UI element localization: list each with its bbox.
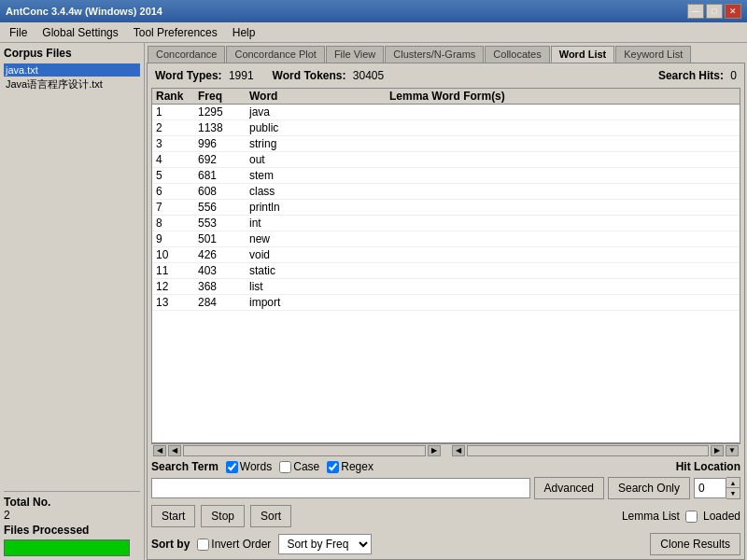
- title-bar: AntConc 3.4.4w (Windows) 2014 — □ ✕: [0, 0, 747, 22]
- close-button[interactable]: ✕: [725, 4, 741, 19]
- loaded-checkbox[interactable]: [685, 511, 698, 523]
- lemma-list-label: Lemma List: [622, 510, 680, 523]
- search-area: Search Term Words Case Regex Hit Loc: [151, 456, 740, 501]
- cell-word: class: [249, 185, 389, 198]
- tab-clusters-ngrams[interactable]: Clusters/N-Grams: [385, 46, 484, 63]
- main-layout: Corpus Files java.txt Java语言程序设计.txt Tot…: [0, 43, 747, 560]
- spinner-arrows: ▲ ▼: [726, 477, 740, 499]
- menu-file[interactable]: File: [4, 25, 33, 40]
- menu-global-settings[interactable]: Global Settings: [36, 25, 123, 40]
- scroll-left[interactable]: ◀: [168, 445, 181, 456]
- invert-order-checkbox[interactable]: [197, 539, 209, 551]
- minimize-button[interactable]: —: [687, 4, 704, 19]
- cell-lemma: [389, 201, 736, 214]
- corpus-file-java-txt[interactable]: java.txt: [4, 63, 140, 77]
- corpus-files-title: Corpus Files: [4, 47, 140, 60]
- table-row[interactable]: 12 368 list: [152, 279, 740, 295]
- table-row[interactable]: 10 426 void: [152, 247, 740, 263]
- table-row[interactable]: 3 996 string: [152, 136, 740, 152]
- scroll-right[interactable]: ▶: [428, 445, 441, 456]
- header-rank: Rank: [156, 90, 198, 103]
- scroll-track-right[interactable]: [467, 445, 710, 456]
- cell-freq: 426: [198, 248, 249, 261]
- clone-results-button[interactable]: Clone Results: [650, 533, 740, 555]
- cell-word: list: [249, 280, 389, 293]
- loaded-label: Loaded: [703, 510, 740, 523]
- sidebar: Corpus Files java.txt Java语言程序设计.txt Tot…: [0, 43, 145, 560]
- table-row[interactable]: 2 1138 public: [152, 120, 740, 136]
- tab-collocates[interactable]: Collocates: [485, 46, 549, 63]
- header-freq: Freq: [198, 90, 249, 103]
- regex-checkbox-group: Regex: [327, 460, 374, 473]
- scroll-track-left[interactable]: [183, 445, 426, 456]
- table-body: 1 1295 java 2 1138 public 3 996 string 4…: [152, 105, 740, 442]
- cell-freq: 681: [198, 169, 249, 182]
- cell-lemma: [389, 264, 736, 277]
- table-row[interactable]: 7 556 println: [152, 200, 740, 216]
- start-button[interactable]: Start: [151, 505, 195, 527]
- menu-tool-preferences[interactable]: Tool Preferences: [128, 25, 223, 40]
- spinner-value[interactable]: 0: [694, 478, 726, 498]
- clone-btn-area: Clone Results: [650, 533, 740, 555]
- tab-concordance-plot[interactable]: Concordance Plot: [226, 46, 324, 63]
- total-no-label: Total No.: [4, 496, 140, 509]
- tab-concordance[interactable]: Concordance: [148, 46, 225, 63]
- horizontal-scrollbar[interactable]: ◀ ◀ ▶ ◀ ▶ ▼: [151, 443, 740, 456]
- tab-file-view[interactable]: File View: [326, 46, 384, 63]
- search-input[interactable]: [151, 478, 530, 498]
- tab-keyword-list[interactable]: Keyword List: [615, 46, 691, 63]
- sort-button[interactable]: Sort: [250, 505, 291, 527]
- spinner-up[interactable]: ▲: [726, 478, 740, 488]
- cell-word: void: [249, 248, 389, 261]
- table-row[interactable]: 11 403 static: [152, 263, 740, 279]
- lemma-list-area: Lemma List Loaded: [622, 510, 740, 523]
- cell-lemma: [389, 169, 736, 182]
- tab-bar: Concordance Concordance Plot File View C…: [145, 43, 747, 63]
- words-checkbox-group: Words: [226, 460, 272, 473]
- cell-word: java: [249, 105, 389, 119]
- table-row[interactable]: 8 553 int: [152, 216, 740, 231]
- cell-freq: 608: [198, 185, 249, 198]
- sort-select[interactable]: Sort by FreqSort by WordSort by Rank: [278, 534, 372, 554]
- spinner-input: 0 ▲ ▼: [694, 477, 740, 499]
- stats-row: Word Types: 1991 Word Tokens: 30405 Sear…: [151, 67, 740, 84]
- word-list-panel: Word Types: 1991 Word Tokens: 30405 Sear…: [147, 63, 745, 560]
- tab-word-list[interactable]: Word List: [551, 46, 615, 63]
- table-row[interactable]: 4 692 out: [152, 152, 740, 168]
- cell-rank: 7: [156, 201, 198, 214]
- corpus-file-java-book[interactable]: Java语言程序设计.txt: [4, 77, 140, 92]
- cell-lemma: [389, 248, 736, 261]
- table-row[interactable]: 6 608 class: [152, 184, 740, 200]
- header-word: Word: [249, 90, 389, 103]
- cell-rank: 9: [156, 232, 198, 245]
- advanced-button[interactable]: Advanced: [534, 477, 604, 499]
- scroll-down[interactable]: ▼: [726, 445, 739, 456]
- word-tokens-label: Word Tokens:: [273, 69, 346, 82]
- cell-freq: 1295: [198, 105, 249, 119]
- menu-help[interactable]: Help: [227, 25, 261, 40]
- hit-location-label: Hit Location: [676, 460, 740, 473]
- stop-button[interactable]: Stop: [201, 505, 245, 527]
- scroll-right2-left[interactable]: ◀: [452, 445, 465, 456]
- cell-word: public: [249, 121, 389, 134]
- maximize-button[interactable]: □: [706, 4, 723, 19]
- cell-lemma: [389, 153, 736, 166]
- table-row[interactable]: 5 681 stem: [152, 168, 740, 184]
- cell-rank: 11: [156, 264, 198, 277]
- case-checkbox-group: Case: [279, 460, 319, 473]
- spacer: [443, 445, 450, 456]
- search-only-button[interactable]: Search Only: [608, 477, 690, 499]
- table-row[interactable]: 9 501 new: [152, 231, 740, 247]
- app-title: AntConc 3.4.4w (Windows) 2014: [6, 6, 162, 17]
- scroll-left-left[interactable]: ◀: [153, 445, 166, 456]
- regex-checkbox[interactable]: [327, 461, 339, 473]
- table-row[interactable]: 1 1295 java: [152, 105, 740, 120]
- case-checkbox[interactable]: [279, 461, 291, 473]
- cell-freq: 368: [198, 280, 249, 293]
- spinner-down[interactable]: ▼: [726, 488, 740, 498]
- scroll-right2[interactable]: ▶: [711, 445, 724, 456]
- cell-rank: 4: [156, 153, 198, 166]
- invert-order-label: Invert Order: [211, 538, 271, 551]
- words-checkbox[interactable]: [226, 461, 238, 473]
- table-row[interactable]: 13 284 import: [152, 295, 740, 311]
